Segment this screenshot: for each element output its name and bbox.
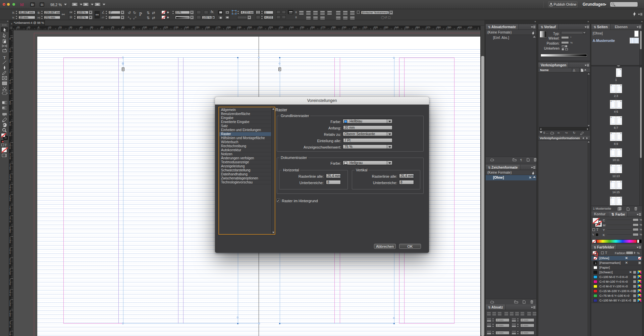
svg-text:GB: GB <box>2 120 4 122</box>
svg-text:¶: ¶ <box>520 158 522 162</box>
svg-text:T: T <box>3 55 6 60</box>
